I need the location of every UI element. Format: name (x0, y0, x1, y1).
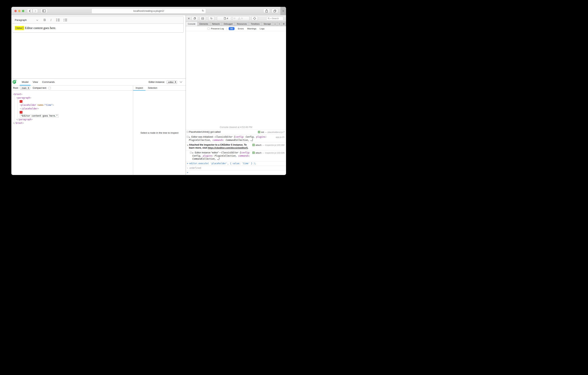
console-message[interactable]: ▶Editor was initialized – ClassicEditor … (186, 134, 286, 142)
chevron-right-icon (34, 10, 36, 12)
filter-pill-logs[interactable]: Logs (260, 27, 264, 30)
console-prompt-input[interactable]: > (186, 170, 286, 175)
log-type-icon (186, 131, 189, 133)
back-button[interactable] (27, 9, 32, 13)
tree-line[interactable]: </placeholder> (11, 107, 133, 110)
tree-line[interactable]: <$root> (11, 92, 133, 96)
add-tab-button[interactable]: + (277, 22, 282, 26)
disclosure-open-icon[interactable]: ▼ (187, 144, 189, 147)
dock-bottom-button[interactable] (200, 16, 206, 21)
tree-line[interactable]: <placeholder name="time"> (11, 103, 133, 107)
tab-overflow-button[interactable]: » (273, 22, 277, 26)
reload-icon[interactable]: ↻ (202, 9, 204, 12)
search-icon (268, 17, 270, 20)
source-location[interactable]: inspector.js:133:182 (265, 143, 284, 146)
traffic-lights (14, 10, 24, 12)
paragraph-dropdown[interactable]: Paragraph (15, 19, 38, 22)
function-badge-icon: f (252, 144, 255, 146)
console-link[interactable]: https://ckeditor.com/docs/ckeditor5 (208, 146, 248, 149)
element-picker-button[interactable] (251, 16, 258, 21)
side-tab-selection[interactable]: Selection (146, 86, 160, 90)
inspector-side-tabs: InspectSelection (133, 86, 186, 90)
compact-text-checkbox[interactable] (48, 87, 51, 89)
filter-pill-all[interactable]: All (229, 27, 234, 30)
source-location[interactable]: app.js:21 (276, 136, 284, 139)
source-location[interactable]: inspector.js:133:326 (265, 151, 284, 154)
devtools-tab-resources[interactable]: Resources (235, 22, 249, 26)
tree-line[interactable]: </$root> (11, 121, 133, 125)
inspector-subheader: Root: main Compact text: InspectSelectio… (11, 86, 186, 91)
editor-instance-select[interactable]: editor (167, 80, 177, 84)
console-filter-bar: Preserve Log AllErrorsWarningsLogs (186, 26, 286, 31)
close-window-button[interactable] (14, 10, 17, 12)
tree-line[interactable]: [ (11, 100, 133, 103)
result-value: undefined (189, 167, 201, 169)
devtools-tab-bar: ConsoleElementsNetworkDebuggerResourcesT… (186, 22, 286, 26)
disclosure-closed-icon[interactable]: ▶ (192, 152, 194, 154)
forward-button[interactable] (33, 9, 38, 13)
italic-button[interactable]: I (50, 18, 52, 22)
tree-line[interactable]: ] (11, 110, 133, 114)
devtools-reload-button[interactable]: ↻ (208, 16, 215, 21)
document-icon (224, 17, 226, 20)
dock-bottom-icon (201, 17, 204, 20)
devtools-tab-elements[interactable]: Elements (198, 22, 210, 26)
editor-text: Editor content goes here. (25, 26, 56, 30)
bulleted-list-icon (64, 19, 64, 20)
devtools-search-field[interactable]: Search (266, 16, 284, 21)
placeholder-widget[interactable]: {time} (15, 26, 24, 30)
resource-summary-button[interactable]: 4 0 (217, 16, 250, 21)
settings-tab-button[interactable]: ⚙ (282, 22, 286, 26)
filter-pill-warnings[interactable]: Warnings (247, 27, 256, 30)
plus-icon: + (282, 9, 284, 13)
share-button[interactable] (263, 9, 270, 13)
dock-side-button[interactable] (191, 16, 198, 21)
source-location[interactable]: placeholderui.js:7 (267, 131, 284, 134)
preserve-log-label: Preserve Log (211, 27, 224, 30)
indent-guide (14, 96, 14, 121)
inspector-tab-commands[interactable]: Commands (40, 79, 57, 85)
console-message[interactable]: ▶Editor instance "editor" – ClassicEdito… (186, 150, 286, 161)
select-arrows-icon (175, 81, 176, 83)
sidebar-icon (42, 10, 46, 12)
safari-window: localhost/creating-a-plugin2/ ↻ (11, 7, 286, 175)
disclosure-closed-icon[interactable]: ▶ (189, 136, 190, 138)
log-type-icon (190, 152, 192, 154)
compact-text-label: Compact text: (33, 87, 47, 89)
numbered-list-button[interactable]: 1 2 (56, 19, 60, 22)
crosshair-icon (253, 17, 256, 20)
side-tab-inspect[interactable]: Inspect (133, 86, 146, 90)
console-filter-pills: AllErrorsWarningsLogs (229, 27, 264, 30)
console-messages: PlaceholderUI#init() got calledfinit—pla… (186, 130, 286, 161)
tree-line[interactable]: "Editor content goes here." (11, 114, 133, 118)
new-tab-button[interactable]: + (280, 7, 286, 15)
resource-count: 4 (227, 17, 228, 20)
address-bar[interactable]: localhost/creating-a-plugin2/ ↻ (92, 8, 206, 13)
tree-line[interactable]: <paragraph> (11, 96, 133, 100)
console-message[interactable]: ▼Attached the inspector to a CKEditor 5 … (186, 142, 286, 150)
collapse-inspector-icon[interactable] (180, 80, 182, 83)
filter-pill-errors[interactable]: Errors (238, 27, 244, 30)
desktop-background: localhost/creating-a-plugin2/ ↻ (0, 0, 294, 188)
inspector-tab-view[interactable]: View (31, 79, 40, 85)
tab-overview-button[interactable] (272, 9, 278, 13)
tree-line[interactable]: </paragraph> (11, 118, 133, 121)
close-devtools-button[interactable]: ✕ (188, 17, 190, 20)
bulleted-list-button[interactable] (63, 19, 67, 22)
minimize-window-button[interactable] (18, 10, 21, 12)
chevron-left-icon (29, 10, 31, 12)
devtools-tab-debugger[interactable]: Debugger (222, 22, 235, 26)
prompt-icon: > (187, 171, 188, 174)
bold-button[interactable]: B (43, 18, 47, 22)
inspector-tab-model[interactable]: Model (20, 79, 31, 85)
warning-count: 0 (241, 17, 242, 20)
preserve-log-checkbox[interactable] (207, 27, 210, 30)
sidebar-toggle-button[interactable] (41, 9, 48, 13)
devtools-tab-console[interactable]: Console (186, 22, 197, 26)
devtools-tab-timelines[interactable]: Timelines (249, 22, 262, 26)
devtools-tab-network[interactable]: Network (210, 22, 222, 26)
root-select[interactable]: main (20, 86, 30, 90)
editor-content[interactable]: {time} Editor content goes here. (12, 24, 183, 33)
devtools-tab-storage[interactable]: Storage (262, 22, 273, 26)
zoom-window-button[interactable] (22, 10, 24, 12)
